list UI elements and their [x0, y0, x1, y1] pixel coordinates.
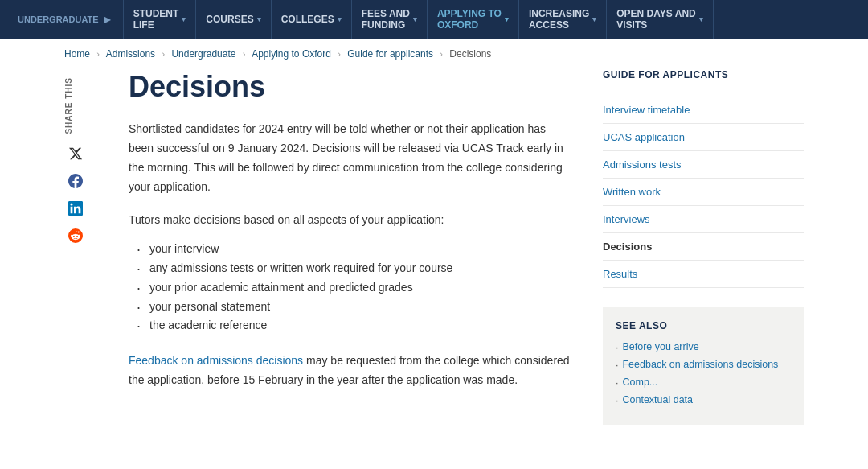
- chevron-down-icon: ▾: [413, 15, 417, 23]
- nav-item-fees[interactable]: FEES AND FUNDING ▾: [352, 0, 428, 39]
- chevron-down-icon: ▾: [257, 15, 261, 23]
- breadcrumb-guide[interactable]: Guide for applicants: [347, 48, 433, 60]
- breadcrumb-sep: ›: [162, 49, 165, 59]
- share-label: SHARE THIS: [64, 77, 73, 134]
- page-title: Decisions: [129, 69, 571, 104]
- sidebar-nav-interview-timetable[interactable]: Interview timetable: [603, 97, 804, 124]
- breadcrumb-undergraduate[interactable]: Undergraduate: [171, 48, 235, 60]
- see-also-feedback[interactable]: · Feedback on admissions decisions: [616, 359, 791, 371]
- list-item: your interview: [137, 240, 571, 259]
- share-sidebar: SHARE THIS: [64, 69, 96, 425]
- guide-section-title: GUIDE FOR APPLICANTS: [603, 69, 804, 87]
- top-navigation: UNDERGRADUATE ▶ STUDENT LIFE ▾ COURSES ▾…: [0, 0, 868, 39]
- breadcrumb-admissions[interactable]: Admissions: [106, 48, 155, 60]
- list-item: your prior academic attainment and predi…: [137, 278, 571, 298]
- breadcrumb-sep: ›: [243, 49, 246, 59]
- sidebar-nav-admissions-tests[interactable]: Admissions tests: [603, 151, 804, 179]
- see-also-before-you-arrive[interactable]: · Before you arrive: [616, 341, 791, 353]
- chevron-down-icon: ▾: [182, 15, 186, 23]
- page-layout: SHARE THIS: [0, 69, 868, 457]
- twitter-share-button[interactable]: [64, 142, 87, 165]
- feedback-paragraph: Feedback on admissions decisions may be …: [129, 352, 571, 390]
- chevron-down-icon: ▾: [699, 15, 703, 23]
- breadcrumb: Home › Admissions › Undergraduate › Appl…: [0, 39, 868, 69]
- see-also-contextual[interactable]: · Contextual data: [616, 394, 791, 406]
- chevron-down-icon: ▾: [338, 15, 342, 23]
- brand-arrow: ▶: [104, 14, 110, 25]
- breadcrumb-applying[interactable]: Applying to Oxford: [252, 48, 331, 60]
- list-item: the academic reference: [137, 316, 571, 335]
- chevron-down-icon: ▾: [592, 15, 596, 23]
- sidebar-nav-ucas[interactable]: UCAS application: [603, 124, 804, 151]
- chevron-down-icon: ▾: [505, 15, 509, 23]
- nav-item-applying[interactable]: APPLYING TO OXFORD ▾: [428, 0, 519, 39]
- linkedin-share-button[interactable]: [64, 197, 87, 220]
- breadcrumb-sep: ›: [96, 49, 100, 59]
- feedback-link[interactable]: Feedback on admissions decisions: [129, 354, 303, 367]
- list-item: your personal statement: [137, 298, 571, 317]
- nav-item-open-days[interactable]: OPEN DAYS AND VISITS ▾: [607, 0, 713, 39]
- brand-text: UNDERGRADUATE: [18, 14, 99, 24]
- nav-item-student-life[interactable]: STUDENT LIFE ▾: [124, 0, 197, 39]
- reddit-share-button[interactable]: [64, 224, 87, 247]
- decision-factors-list: your interview any admissions tests or w…: [137, 240, 571, 335]
- nav-items-container: STUDENT LIFE ▾ COURSES ▾ COLLEGES ▾ FEES…: [124, 0, 868, 39]
- list-item: any admissions tests or written work req…: [137, 259, 571, 278]
- sidebar-nav-decisions: Decisions: [603, 233, 804, 261]
- guide-for-applicants-section: GUIDE FOR APPLICANTS Interview timetable…: [603, 69, 804, 288]
- share-icons: [64, 142, 96, 247]
- nav-item-courses[interactable]: COURSES ▾: [196, 0, 271, 39]
- facebook-share-button[interactable]: [64, 170, 87, 192]
- breadcrumb-sep: ›: [338, 49, 341, 59]
- brand-logo[interactable]: UNDERGRADUATE ▶: [0, 0, 124, 39]
- sidebar-nav-interviews[interactable]: Interviews: [603, 206, 804, 233]
- tutors-text: Tutors make decisions based on all aspec…: [129, 211, 571, 230]
- see-also-comp[interactable]: · Comp...: [616, 376, 791, 389]
- intro-paragraph: Shortlisted candidates for 2024 entry wi…: [129, 120, 571, 196]
- nav-item-colleges[interactable]: COLLEGES ▾: [272, 0, 352, 39]
- nav-item-increasing[interactable]: INCREASING ACCESS ▾: [519, 0, 607, 39]
- breadcrumb-sep: ›: [440, 49, 443, 59]
- see-also-title: SEE ALSO: [616, 320, 791, 331]
- right-sidebar: GUIDE FOR APPLICANTS Interview timetable…: [603, 69, 804, 425]
- breadcrumb-current: Decisions: [449, 48, 491, 60]
- breadcrumb-home[interactable]: Home: [64, 48, 90, 60]
- main-content: Decisions Shortlisted candidates for 202…: [129, 69, 571, 425]
- sidebar-nav-written-work[interactable]: Written work: [603, 179, 804, 206]
- sidebar-nav-results[interactable]: Results: [603, 261, 804, 288]
- see-also-section: SEE ALSO · Before you arrive · Feedback …: [603, 307, 804, 425]
